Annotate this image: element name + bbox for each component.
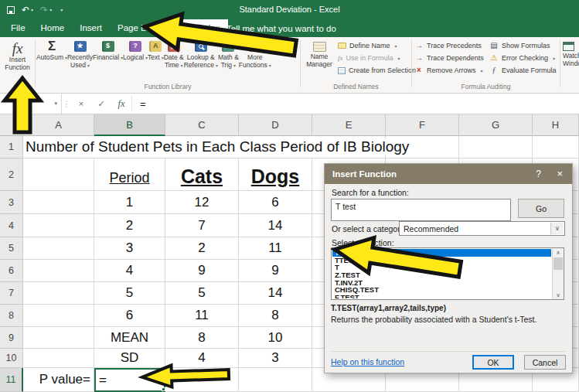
cell-d7[interactable]: 14 <box>239 282 312 305</box>
cell-c2[interactable]: Cats <box>165 159 239 191</box>
cell-c6[interactable]: 9 <box>165 260 239 282</box>
cell-a7[interactable] <box>23 282 94 305</box>
cell-d4[interactable]: 14 <box>239 214 312 237</box>
cell-g1[interactable] <box>459 136 533 159</box>
insert-function-button[interactable]: fx Insert Function <box>0 41 35 71</box>
cell-c7[interactable]: 5 <box>165 282 239 305</box>
cell-a10[interactable] <box>23 349 94 368</box>
function-list-scrollbar[interactable]: ∧ ∨ <box>552 248 564 299</box>
row-header-1[interactable]: 1 <box>0 136 23 159</box>
cancel-button[interactable]: Cancel <box>524 355 566 370</box>
cell-c4[interactable]: 7 <box>165 214 239 237</box>
cell-c5[interactable]: 2 <box>165 237 239 260</box>
confirm-entry-button[interactable]: ✓ <box>91 94 111 114</box>
cell-a5[interactable] <box>23 237 94 260</box>
ribbon-button-create-from-selection[interactable]: Create from Selection <box>338 65 416 76</box>
ribbon-button-autosum[interactable]: ΣAutoSum▾ <box>36 39 67 70</box>
cell-a6[interactable] <box>23 260 94 282</box>
cell-b6[interactable]: 4 <box>94 260 165 282</box>
ribbon-button-use-in-formula[interactable]: fxUse in Formula▾ <box>338 53 416 63</box>
scroll-up-icon[interactable]: ∧ <box>553 248 564 257</box>
cell-d10[interactable]: 3 <box>239 349 312 368</box>
cell-b7[interactable]: 5 <box>94 282 165 305</box>
cell-b4[interactable]: 2 <box>94 214 165 237</box>
column-header-c[interactable]: C <box>165 114 239 136</box>
ribbon-button-financial[interactable]: $Financial▾ <box>93 39 123 70</box>
ribbon-button-show-formulas[interactable]: ▤Show Formulas <box>489 40 557 51</box>
cell-a2[interactable] <box>23 159 94 191</box>
function-item-f-test[interactable]: F.TEST <box>332 294 551 298</box>
cell-d3[interactable]: 6 <box>239 191 312 214</box>
go-button[interactable]: Go <box>518 199 564 218</box>
row-header-6[interactable]: 6 <box>0 260 23 282</box>
dialog-title-bar[interactable]: Insert Function <box>325 164 572 184</box>
dialog-close-button[interactable]: × <box>557 164 563 184</box>
scroll-down-icon[interactable]: ∨ <box>553 291 564 299</box>
cell-b2[interactable]: Period <box>94 159 165 191</box>
category-dropdown[interactable]: Recommended ∨ <box>399 221 565 236</box>
cell-d2[interactable]: Dogs <box>239 159 312 191</box>
watch-window-button[interactable]: Watch Window <box>563 42 579 67</box>
cell-a11[interactable]: P value= <box>23 368 94 392</box>
ribbon-button-define-name[interactable]: Define Name▾ <box>338 40 416 51</box>
function-item-chisq-test[interactable]: CHISQ.TEST <box>332 286 551 294</box>
row-header-7[interactable]: 7 <box>0 282 23 305</box>
ribbon-button-error-checking[interactable]: ⚠Error Checking▾ <box>489 53 557 63</box>
cell-a8[interactable] <box>23 305 94 327</box>
cell-b5[interactable]: 3 <box>94 237 165 260</box>
row-header-4[interactable]: 4 <box>0 214 23 237</box>
scrollbar-thumb[interactable] <box>553 257 563 270</box>
search-function-input[interactable]: T test <box>331 199 511 221</box>
tab-insert[interactable]: Insert <box>72 19 110 37</box>
row-header-10[interactable]: 10 <box>0 349 23 368</box>
name-manager-button[interactable]: Name Manager <box>303 42 335 68</box>
row-header-11[interactable]: 11 <box>0 368 23 392</box>
cell-c9[interactable]: 8 <box>165 327 239 349</box>
cell-a1[interactable]: Number of Student Pets in Each Class Per… <box>23 136 386 159</box>
row-header-3[interactable]: 3 <box>0 191 23 214</box>
sheet-title-text: Number of Student Pets in Each Class Per… <box>23 139 412 155</box>
ribbon-button-trace-precedents[interactable]: →Trace Precedents <box>414 40 484 51</box>
column-header-f[interactable]: F <box>386 114 459 136</box>
cell-c3[interactable]: 12 <box>165 191 239 214</box>
column-header-e[interactable]: E <box>312 114 386 136</box>
row-header-8[interactable]: 8 <box>0 305 23 327</box>
tab-home[interactable]: Home <box>33 19 73 37</box>
cell-d5[interactable]: 11 <box>239 237 312 260</box>
cell-d9[interactable]: 10 <box>239 327 312 349</box>
row-header-5[interactable]: 5 <box>0 237 23 260</box>
column-header-g[interactable]: G <box>459 114 533 136</box>
formula-input[interactable]: = <box>132 94 579 114</box>
cell-b8[interactable]: 6 <box>94 305 165 327</box>
ribbon-button-recently-used[interactable]: ★RecentlyUsed▾ <box>67 39 93 70</box>
cell-a3[interactable] <box>23 191 94 214</box>
ribbon-button-trace-dependents[interactable]: →Trace Dependents <box>414 53 484 63</box>
help-link[interactable]: Help on this function <box>331 357 404 366</box>
cell-d6[interactable]: 9 <box>239 260 312 282</box>
row-header-2[interactable]: 2 <box>0 159 23 191</box>
save-button[interactable] <box>7 6 15 14</box>
cell-c8[interactable]: 11 <box>165 305 239 327</box>
cell-h1[interactable] <box>533 136 579 159</box>
column-header-b[interactable]: B <box>94 114 165 136</box>
cancel-entry-button[interactable]: × <box>71 94 91 114</box>
row-header-9[interactable]: 9 <box>0 327 23 349</box>
insert-function-fx-button[interactable]: fx <box>111 94 131 114</box>
dialog-help-button[interactable]: ? <box>536 164 541 184</box>
column-header-d[interactable]: D <box>239 114 312 136</box>
redo-button[interactable]: ↷▾ <box>40 5 52 15</box>
cell-b9[interactable]: MEAN <box>94 327 165 349</box>
ribbon-button-evaluate-formula[interactable]: ƒEvaluate Formula <box>489 65 557 76</box>
cell-d8[interactable]: 8 <box>239 305 312 327</box>
cell-d11[interactable] <box>239 368 312 392</box>
cell-b3[interactable]: 1 <box>94 191 165 214</box>
formula-bar-drag-dots[interactable]: ⋮ <box>62 94 71 114</box>
ok-button[interactable]: OK <box>472 355 514 370</box>
cell-a9[interactable] <box>23 327 94 349</box>
undo-button[interactable]: ↶▾ <box>22 5 33 15</box>
column-header-h[interactable]: H <box>533 114 579 136</box>
ribbon-button-remove-arrows[interactable]: ×Remove Arrows▾ <box>414 65 484 76</box>
customize-qat-button[interactable]: ▾ <box>59 8 63 12</box>
cell-a4[interactable] <box>23 214 94 237</box>
tab-file[interactable]: File <box>3 19 33 37</box>
